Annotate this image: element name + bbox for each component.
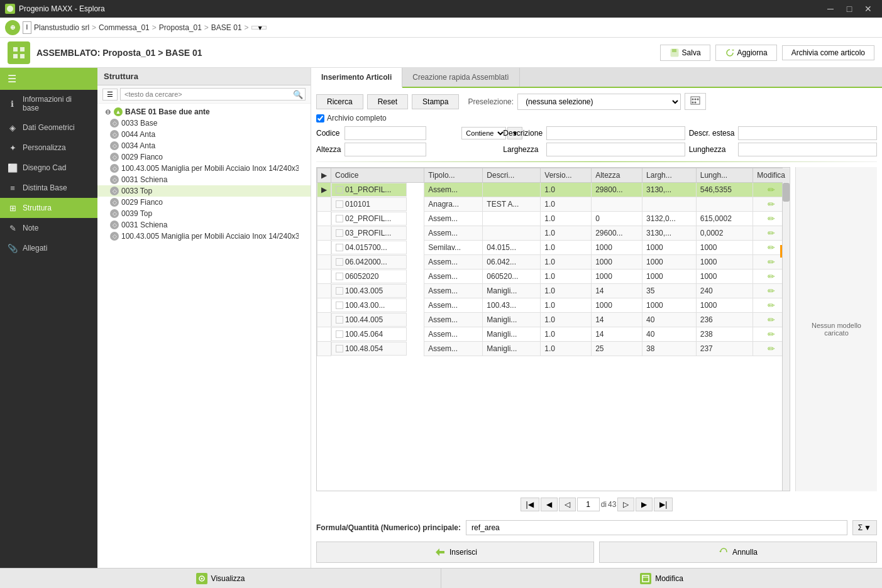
list-item[interactable]: ◇ 0031 Schiena: [97, 174, 311, 185]
col-versione[interactable]: Versio...: [541, 168, 592, 183]
preselezione-select[interactable]: (nessuna selezione): [517, 94, 681, 110]
edit-button[interactable]: ✏: [766, 329, 776, 339]
row-checkbox[interactable]: [336, 215, 343, 222]
row-checkbox[interactable]: [336, 330, 343, 338]
page-current-input[interactable]: [577, 498, 600, 511]
table-row[interactable]: 06.042000... Assem... 06.042... 1.0 1000…: [317, 255, 790, 270]
larghezza-input[interactable]: [546, 143, 685, 156]
tree-item-root[interactable]: ⊖ ▲ BASE 01 Base due ante: [97, 106, 311, 117]
table-row[interactable]: 04.015700... Semilav... 04.015... 1.0 10…: [317, 241, 790, 255]
breadcrumb-proposta[interactable]: Proposta_01: [159, 23, 202, 32]
sidebar-item-note[interactable]: ✎ Note: [0, 218, 97, 238]
list-item[interactable]: ◇ 0029 Fianco: [97, 197, 311, 208]
sidebar-item-struttura[interactable]: ⊞ Struttura: [0, 198, 97, 218]
edit-button[interactable]: ✏: [766, 257, 776, 267]
list-item[interactable]: ◇ 0031 Schiena: [97, 219, 311, 231]
col-descrizione[interactable]: Descri...: [483, 168, 541, 183]
codice-input[interactable]: [345, 126, 426, 140]
edit-button[interactable]: ✏: [766, 344, 776, 354]
table-row[interactable]: 100.43.005 Assem... Manigli... 1.0 14 35…: [317, 284, 790, 298]
table-row[interactable]: 02_PROFIL... Assem... 1.0 0 3132,0... 61…: [317, 212, 790, 226]
table-row[interactable]: 100.48.054 Assem... Manigli... 1.0 25 38…: [317, 342, 790, 356]
table-scroll[interactable]: ▶ Codice Tipolo... Descri... Versio... A…: [317, 168, 790, 491]
edit-button[interactable]: ✏: [766, 300, 776, 310]
salva-button[interactable]: Salva: [660, 45, 710, 61]
edit-button[interactable]: ✏: [766, 315, 776, 325]
sidebar-item-personalizza[interactable]: ✦ Personalizza: [0, 138, 97, 158]
list-item[interactable]: ◇ 0033 Base: [97, 117, 311, 129]
close-btn[interactable]: ✕: [859, 0, 877, 18]
breadcrumb-base[interactable]: BASE 01: [211, 23, 242, 32]
formula-sigma-btn[interactable]: Σ ▼: [852, 520, 877, 535]
sidebar-item-allegati[interactable]: 📎 Allegati: [0, 238, 97, 258]
sidebar-item-info[interactable]: ℹ Informazioni di base: [0, 90, 97, 117]
annulla-button[interactable]: Annulla: [599, 542, 877, 563]
table-row[interactable]: 010101 Anagra... TEST A... 1.0 ✏: [317, 197, 790, 212]
archivio-label[interactable]: Archivio completo: [316, 114, 387, 122]
sidebar-item-disegno[interactable]: ⬜ Disegno Cad: [0, 158, 97, 178]
bottom-modifica[interactable]: Modifica: [441, 569, 882, 588]
stampa-button[interactable]: Stampa: [412, 94, 459, 109]
row-checkbox[interactable]: [336, 273, 343, 280]
sidebar-item-geometrici[interactable]: ◈ Dati Geometrici: [0, 117, 97, 138]
aggiorna-button[interactable]: Aggiorna: [715, 45, 777, 61]
table-row[interactable]: ▶ 01_PROFIL... Assem... 1.0 29800... 313…: [317, 183, 790, 197]
breadcrumb-commessa[interactable]: Commessa_01: [99, 23, 150, 32]
row-checkbox[interactable]: [336, 258, 343, 266]
formula-input[interactable]: [466, 520, 847, 535]
edit-button[interactable]: ✏: [766, 214, 776, 224]
tree-expand-icon[interactable]: ⊖: [102, 108, 113, 116]
tab-creazione[interactable]: Creazione rapida Assemblatì: [402, 68, 519, 87]
contiene-select[interactable]: Contiene: [461, 127, 506, 139]
edit-button[interactable]: ✏: [766, 199, 776, 209]
maximize-btn[interactable]: □: [841, 0, 858, 18]
tab-inserimento[interactable]: Inserimento Articoli: [311, 68, 402, 88]
tree-menu-btn[interactable]: ☰: [102, 89, 118, 101]
list-item[interactable]: ◇ 100.43.005 Maniglia per Mobili Acciaio…: [97, 231, 299, 242]
archivio-checkbox[interactable]: [316, 114, 324, 122]
table-row[interactable]: 06052020 Assem... 060520... 1.0 1000 100…: [317, 270, 790, 284]
page-prev-btn[interactable]: ◀: [541, 498, 558, 511]
row-checkbox[interactable]: [336, 316, 343, 324]
edit-button[interactable]: ✏: [766, 271, 776, 281]
col-lunghezza[interactable]: Lungh...: [696, 168, 753, 183]
row-checkbox[interactable]: [336, 287, 343, 295]
lunghezza-input[interactable]: [738, 143, 877, 156]
list-item[interactable]: ◇ 0029 Fianco: [97, 151, 311, 163]
scrollbar-thumb[interactable]: [783, 183, 790, 202]
edit-button[interactable]: ✏: [766, 185, 776, 195]
page-next-small-btn[interactable]: ▷: [617, 498, 634, 511]
list-item[interactable]: ◇ 0039 Top: [97, 208, 311, 219]
row-checkbox[interactable]: [336, 186, 343, 193]
breadcrumb-planstudio[interactable]: Planstustudio srl: [34, 23, 89, 32]
col-altezza[interactable]: Altezza: [592, 168, 642, 183]
page-last-btn[interactable]: ▶|: [654, 498, 673, 511]
page-next-btn[interactable]: ▶: [636, 498, 653, 511]
descrizione-input[interactable]: [546, 126, 685, 140]
edit-button[interactable]: ✏: [766, 286, 776, 296]
descr-estesa-input[interactable]: [738, 126, 877, 140]
edit-button[interactable]: ✏: [766, 242, 776, 253]
table-row[interactable]: 100.44.005 Assem... Manigli... 1.0 14 40…: [317, 313, 790, 327]
ricerca-button[interactable]: Ricerca: [316, 94, 363, 109]
col-larghezza[interactable]: Largh...: [642, 168, 697, 183]
col-codice[interactable]: Codice: [331, 168, 424, 183]
breadcrumb-dropdown[interactable]: ▼: [251, 26, 267, 30]
sidebar-menu-button[interactable]: ☰: [0, 68, 97, 90]
row-checkbox[interactable]: [336, 229, 343, 237]
tree-item-0033top[interactable]: ◇ 0033 Top: [97, 185, 311, 197]
archivia-button[interactable]: Archivia come articolo: [782, 45, 874, 60]
reset-button[interactable]: Reset: [367, 94, 408, 109]
col-tipologia[interactable]: Tipolo...: [424, 168, 483, 183]
list-item[interactable]: ◇ 100.43.005 Maniglia per Mobili Acciaio…: [97, 163, 299, 174]
tree-search-input[interactable]: [120, 88, 306, 101]
preselezione-icon-btn[interactable]: [685, 93, 706, 110]
table-row[interactable]: 03_PROFIL... Assem... 1.0 29600... 3130,…: [317, 226, 790, 241]
altezza-input[interactable]: [345, 143, 426, 156]
list-item[interactable]: ◇ 0044 Anta: [97, 129, 311, 140]
scrollbar-track[interactable]: [782, 168, 790, 491]
inserisci-button[interactable]: Inserisci: [316, 542, 594, 563]
breadcrumb-logo[interactable]: ⊕: [5, 20, 20, 35]
sidebar-item-distinta[interactable]: ≡ Distinta Base: [0, 178, 97, 198]
bottom-visualizza[interactable]: Visualizza: [0, 569, 441, 588]
